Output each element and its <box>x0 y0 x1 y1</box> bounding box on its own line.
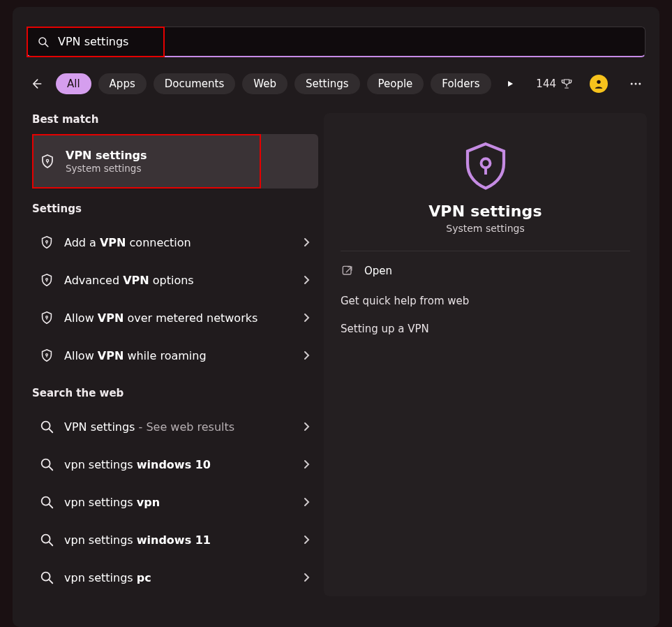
settings-result-text: Advanced VPN options <box>64 274 194 287</box>
web-result[interactable]: vpn settings windows 10 <box>32 445 318 483</box>
web-result-text: vpn settings windows 11 <box>64 533 211 547</box>
trophy-icon <box>560 78 573 90</box>
settings-result-text: Allow VPN while roaming <box>64 349 207 362</box>
svg-point-2 <box>597 80 600 84</box>
filter-chip-settings[interactable]: Settings <box>294 73 360 94</box>
shield-lock-icon <box>39 348 54 363</box>
web-result[interactable]: vpn settings windows 11 <box>32 521 318 559</box>
shield-lock-icon <box>39 235 54 250</box>
results-body: Best match VPN settings System settings <box>13 113 659 596</box>
best-match-title: VPN settings <box>66 149 147 163</box>
points-value: 144 <box>536 78 556 90</box>
search-icon <box>37 36 50 48</box>
shield-lock-large-icon <box>458 138 513 193</box>
best-match-result[interactable]: VPN settings System settings <box>32 134 318 189</box>
search-icon <box>39 570 54 585</box>
chevron-right-icon <box>303 573 310 582</box>
help-link-setting-up-vpn[interactable]: Setting up a VPN <box>341 323 630 335</box>
svg-point-8 <box>46 241 48 243</box>
search-icon <box>39 457 54 472</box>
svg-rect-28 <box>343 266 351 274</box>
chevron-right-icon <box>303 535 310 545</box>
open-external-icon <box>341 264 354 278</box>
shield-lock-icon <box>39 272 54 288</box>
settings-result-text: Add a VPN connection <box>64 236 191 249</box>
preview-title: VPN settings <box>428 202 542 220</box>
chevron-right-icon <box>303 313 310 323</box>
preview-subtitle: System settings <box>446 223 525 234</box>
web-result[interactable]: VPN settings - See web results <box>32 408 318 445</box>
chevron-right-icon <box>303 275 310 285</box>
svg-point-10 <box>46 279 48 281</box>
play-icon <box>505 79 515 89</box>
settings-result[interactable]: Advanced VPN options <box>32 261 318 299</box>
searchbar-container <box>27 27 645 57</box>
svg-point-5 <box>639 83 641 85</box>
svg-point-4 <box>635 83 637 85</box>
svg-point-6 <box>46 159 48 161</box>
filter-chip-all[interactable]: All <box>56 73 91 94</box>
settings-result[interactable]: Allow VPN while roaming <box>32 337 318 374</box>
user-avatar[interactable] <box>590 75 608 93</box>
settings-result[interactable]: Add a VPN connection <box>32 223 318 261</box>
searchbar[interactable] <box>27 27 645 57</box>
chevron-right-icon <box>303 237 310 247</box>
open-label: Open <box>364 265 392 277</box>
web-result-text: vpn settings windows 10 <box>64 458 211 471</box>
overflow-scroll-button[interactable] <box>498 72 522 96</box>
settings-result[interactable]: Allow VPN over metered networks <box>32 299 318 337</box>
filter-chip-folders[interactable]: Folders <box>431 73 491 94</box>
quick-help-label: Get quick help from web <box>341 295 630 307</box>
web-result[interactable]: vpn settings vpn <box>32 483 318 521</box>
web-result[interactable]: vpn settings pc <box>32 559 318 596</box>
search-icon <box>39 419 54 434</box>
web-result-text: vpn settings vpn <box>64 496 160 509</box>
chevron-right-icon <box>303 422 310 431</box>
rewards-points[interactable]: 144 <box>536 78 573 90</box>
svg-point-14 <box>46 354 48 356</box>
web-result-text: vpn settings pc <box>64 571 151 584</box>
more-button[interactable] <box>626 74 645 94</box>
best-match-subtitle: System settings <box>66 163 147 175</box>
person-icon <box>593 78 604 89</box>
svg-line-21 <box>49 504 52 508</box>
best-match-label: Best match <box>32 113 318 126</box>
settings-result-text: Allow VPN over metered networks <box>64 311 257 325</box>
preview-pane: VPN settings System settings Open Get qu… <box>324 113 647 596</box>
filter-chip-web[interactable]: Web <box>242 73 288 94</box>
chevron-right-icon <box>303 351 310 360</box>
svg-point-3 <box>631 83 633 85</box>
filter-chip-people[interactable]: People <box>367 73 424 94</box>
chevron-right-icon <box>303 497 310 507</box>
chevron-right-icon <box>303 459 310 469</box>
open-action[interactable]: Open <box>341 251 630 290</box>
filter-chip-apps[interactable]: Apps <box>98 73 147 94</box>
arrow-left-icon <box>29 77 43 91</box>
start-search-window: All Apps Documents Web Settings People F… <box>13 7 659 627</box>
search-icon <box>39 532 54 547</box>
svg-line-23 <box>49 542 52 545</box>
svg-line-17 <box>49 429 52 432</box>
search-input[interactable] <box>58 35 635 48</box>
svg-point-12 <box>46 316 48 318</box>
svg-line-1 <box>45 43 48 46</box>
more-icon <box>629 77 643 91</box>
results-left-pane: Best match VPN settings System settings <box>13 113 318 596</box>
web-section-label: Search the web <box>32 387 318 399</box>
filter-bar: All Apps Documents Web Settings People F… <box>27 70 645 98</box>
svg-point-26 <box>481 158 490 168</box>
back-button[interactable] <box>27 74 46 94</box>
filter-chip-documents[interactable]: Documents <box>154 73 236 94</box>
svg-line-19 <box>49 466 52 470</box>
svg-line-25 <box>49 580 52 583</box>
search-icon <box>39 494 54 510</box>
shield-lock-icon <box>39 310 54 325</box>
web-result-text: VPN settings - See web results <box>64 420 234 434</box>
shield-lock-icon <box>39 153 56 170</box>
preview-hero: VPN settings System settings <box>341 133 630 251</box>
settings-section-label: Settings <box>32 202 318 215</box>
